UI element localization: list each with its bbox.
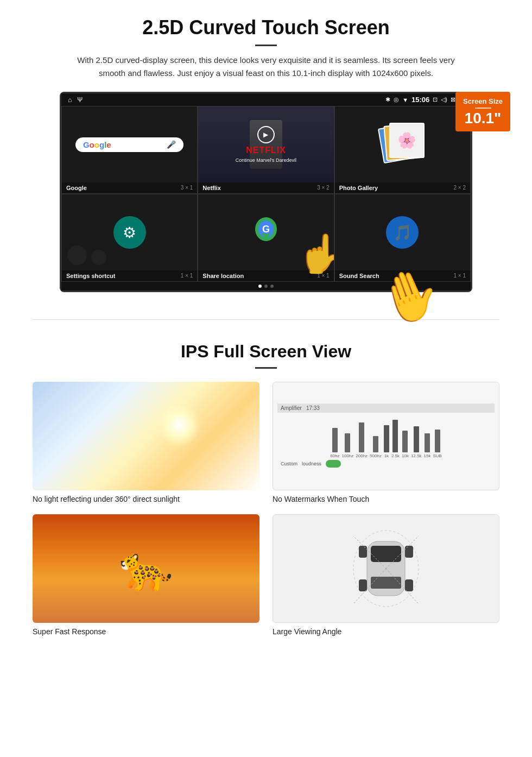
badge-title-text: Screen Size: [463, 97, 503, 105]
eq-bar-group-3: 200hz: [356, 422, 368, 458]
netflix-logo: NETFLIX: [246, 146, 286, 155]
camera-icon[interactable]: ⊡: [433, 96, 438, 103]
eq-bar-group-5: 1k: [384, 425, 389, 458]
dot-2[interactable]: [264, 285, 268, 288]
play-button[interactable]: ▶: [257, 126, 275, 143]
close-icon[interactable]: ⊠: [451, 96, 455, 103]
eq-bar-group-4: 500hz: [370, 436, 382, 458]
eq-bar-group-6: 2.5k: [391, 420, 400, 458]
title-divider: [255, 45, 277, 46]
amplifier-text: Amplifier: [281, 405, 302, 411]
section-separator: [33, 319, 499, 320]
sound-search-label: Sound Search 1 × 1: [335, 270, 470, 281]
eq-bar-2: [345, 433, 350, 452]
app-cell-netflix[interactable]: ▶ NETFLIX Continue Marvel's Daredevil Ne…: [198, 106, 334, 194]
netflix-subtitle: Continue Marvel's Daredevil: [236, 157, 296, 163]
eq-bar-3: [359, 422, 364, 452]
status-time: 15:06: [411, 96, 429, 104]
gallery-app-name: Photo Gallery: [339, 185, 378, 191]
photo-stack: 🌸: [381, 123, 424, 166]
settings-app-dims: 1 × 1: [181, 273, 193, 279]
car-image: [273, 514, 499, 623]
ghost-icon-2: [91, 250, 106, 265]
ips-screen-section: IPS Full Screen View No light reflecting…: [0, 336, 532, 652]
speed-label: Super Fast Response: [33, 627, 259, 636]
share-location-app-name: Share location: [202, 273, 244, 279]
bluetooth-icon: ✱: [385, 96, 390, 103]
gallery-label: Photo Gallery 2 × 2: [335, 182, 470, 193]
netflix-app-name: Netflix: [202, 185, 221, 191]
sound-search-app-name: Sound Search: [339, 273, 379, 279]
photo-card-3: 🌸: [389, 123, 425, 158]
ips-title-divider: [255, 367, 277, 369]
pagination-dots: [61, 282, 471, 291]
eq-bar-7: [402, 431, 408, 452]
app-cell-settings[interactable]: ⚙ Settings shortcut 1 × 1: [61, 194, 198, 282]
wifi-icon: ▼: [402, 97, 408, 103]
viewing-angle-label: Large Viewing Angle: [273, 627, 499, 636]
feature-watermarks: Amplifier 17:33 60hz 100hz 200h: [273, 382, 499, 503]
curved-screen-section: 2.5D Curved Touch Screen With 2.5D curve…: [0, 0, 532, 303]
eq-header: Amplifier 17:33: [277, 403, 495, 413]
eq-bar-1: [332, 428, 338, 452]
eq-time: 17:33: [306, 405, 320, 411]
sunlight-label: No light reflecting under 360° direct su…: [33, 495, 259, 503]
netflix-overlay: ▶ NETFLIX Continue Marvel's Daredevil: [198, 106, 333, 182]
location-icon: ◎: [394, 96, 399, 103]
app-grid-row1: Google 🎤 Google 3 × 1: [61, 106, 471, 194]
svg-rect-6: [371, 546, 401, 562]
google-app-name: Google: [66, 185, 87, 191]
eq-bars: 60hz 100hz 200hz 500hz: [328, 415, 444, 458]
eq-bar-5: [384, 425, 389, 452]
eq-bar-4: [373, 436, 378, 452]
cheetah-emoji: 🐆: [119, 543, 173, 594]
app-cell-sound-search[interactable]: 🎵 Sound Search 1 × 1: [334, 194, 471, 282]
volume-icon[interactable]: ◁): [441, 96, 447, 103]
eq-bar-8: [414, 426, 419, 452]
dot-3[interactable]: [270, 285, 274, 288]
eq-bar-9: [425, 433, 430, 452]
settings-widget: ⚙: [62, 194, 197, 270]
status-bar: ⌂ Ψ ✱ ◎ ▼ 15:06 ⊡ ◁) ⊠ ▭: [61, 93, 471, 106]
google-label: Google 3 × 1: [62, 182, 197, 193]
eq-bar-6: [392, 420, 398, 452]
gallery-widget: 🌸: [335, 106, 470, 182]
dot-1[interactable]: [258, 285, 262, 288]
app-grid-row2: ⚙ Settings shortcut 1 × 1 G: [61, 194, 471, 282]
app-cell-google[interactable]: Google 🎤 Google 3 × 1: [61, 106, 198, 194]
watermarks-label: No Watermarks When Touch: [273, 495, 499, 503]
app-cell-gallery[interactable]: 🌸 Photo Gallery 2 × 2: [334, 106, 471, 194]
google-app-dims: 3 × 1: [181, 185, 193, 191]
google-logo: Google: [83, 140, 111, 149]
svg-rect-11: [405, 579, 413, 591]
app-cell-share-location[interactable]: G 👆 Share location 1 × 1: [198, 194, 334, 282]
eq-footer: Custom loudness: [277, 458, 495, 469]
home-icon[interactable]: ⌂: [68, 96, 72, 104]
sound-search-icon[interactable]: 🎵: [386, 216, 419, 249]
eq-bar-group-2: 100hz: [342, 433, 354, 458]
flower-icon: 🌸: [397, 131, 416, 149]
svg-rect-10: [359, 579, 367, 591]
usb-icon: Ψ: [77, 96, 83, 104]
eq-toggle[interactable]: [326, 460, 341, 468]
netflix-widget: ▶ NETFLIX Continue Marvel's Daredevil: [198, 106, 333, 182]
eq-bar-group-7: 10k: [402, 431, 409, 458]
maps-icon: G: [252, 216, 280, 249]
status-bar-left: ⌂ Ψ: [68, 96, 83, 104]
settings-label: Settings shortcut 1 × 1: [62, 270, 197, 281]
page-title: 2.5D Curved Touch Screen: [33, 16, 499, 39]
ips-title: IPS Full Screen View: [33, 342, 499, 362]
eq-bar-group-1: 60hz: [330, 428, 339, 458]
svg-text:G: G: [262, 224, 270, 235]
device-mockup: Screen Size 10.1" ⌂ Ψ ✱ ◎ ▼ 15:06 ⊡ ◁): [60, 92, 472, 292]
mic-icon[interactable]: 🎤: [167, 140, 176, 149]
sound-search-app-dims: 1 × 1: [453, 273, 466, 279]
google-search-bar[interactable]: Google 🎤: [75, 137, 183, 152]
settings-app-name: Settings shortcut: [66, 273, 115, 279]
gallery-app-dims: 2 × 2: [453, 185, 466, 191]
badge-size-value: 10.1": [463, 111, 503, 126]
svg-rect-7: [371, 577, 401, 589]
eq-bar-group-9: 15k: [424, 433, 431, 458]
status-bar-right: ✱ ◎ ▼ 15:06 ⊡ ◁) ⊠ ▭: [385, 96, 464, 104]
eq-bar-10: [435, 430, 440, 452]
